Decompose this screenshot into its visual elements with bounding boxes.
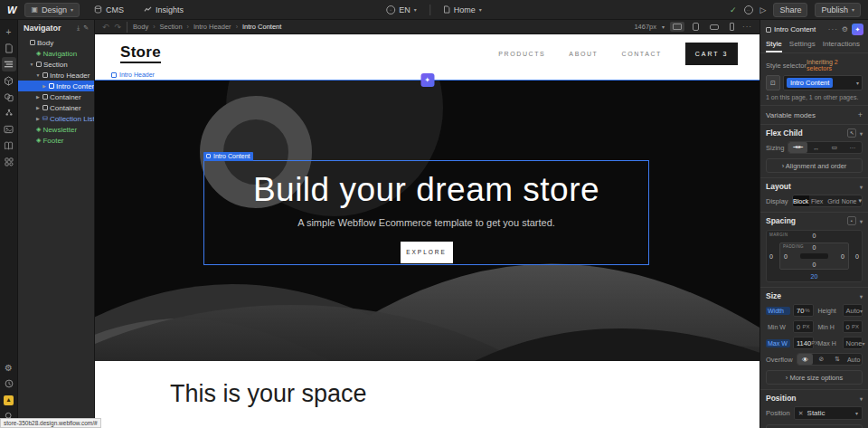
tree-item-footer[interactable]: ◈Footer xyxy=(18,135,94,146)
apps-icon[interactable] xyxy=(2,155,16,169)
design-mode-button[interactable]: ▣ Design ▾ xyxy=(24,3,80,17)
variables-icon[interactable] xyxy=(2,90,16,104)
redo-icon[interactable]: ↷ xyxy=(115,23,122,32)
display-flex-option[interactable]: Flex xyxy=(809,195,826,206)
breakpoint-tablet-icon[interactable] xyxy=(690,21,702,33)
breadcrumb-intro-header[interactable]: Intro Header xyxy=(193,23,231,31)
intro-content-selection-badge[interactable]: Intro Content xyxy=(203,152,253,161)
display-none-option[interactable]: None ▾ xyxy=(842,195,862,206)
height-input[interactable]: Auto▾ xyxy=(843,304,863,317)
tree-item-intro-header[interactable]: ▼Intro Header xyxy=(18,70,94,81)
more-size-options-button[interactable]: › More size options xyxy=(766,370,863,385)
width-input[interactable]: 70% xyxy=(793,304,814,317)
sizing-more-icon[interactable]: ··· xyxy=(844,142,862,153)
audit-icon[interactable] xyxy=(2,376,16,391)
overflow-hidden-eye-off-icon[interactable]: ⊘ xyxy=(813,354,829,365)
comments-icon[interactable]: ·· xyxy=(744,5,753,14)
breadcrumb-section[interactable]: Section xyxy=(160,23,183,31)
cms-button[interactable]: CMS xyxy=(89,4,129,16)
intro-content-selection[interactable]: Intro Content Build your dream store A s… xyxy=(203,160,649,265)
site-logo[interactable]: Store xyxy=(120,43,161,63)
pin-panel-icon[interactable]: ✎ xyxy=(83,24,89,32)
breadcrumb-intro-content[interactable]: Intro Content xyxy=(242,23,281,31)
next-section[interactable]: This is your space xyxy=(95,360,760,428)
selector-state-button[interactable]: ⊡ xyxy=(766,75,780,90)
tab-interactions[interactable]: Interactions xyxy=(823,38,860,52)
tree-item-section[interactable]: ▼Section xyxy=(18,59,94,70)
padding-top-value[interactable]: 0 xyxy=(813,244,816,251)
overflow-scroll-icon[interactable]: ⇅ xyxy=(829,354,845,365)
breadcrumb-body[interactable]: Body xyxy=(133,23,148,31)
margin-left-value[interactable]: 0 xyxy=(769,253,773,260)
tree-item-body[interactable]: Body xyxy=(18,37,94,48)
inheriting-indicator[interactable]: Inheriting 2 selectors xyxy=(807,59,863,71)
hero-subtitle[interactable]: A simple Webflow Ecommerce template to g… xyxy=(297,217,555,228)
breakpoint-desktop-icon[interactable] xyxy=(670,22,684,32)
display-grid-option[interactable]: Grid xyxy=(826,195,842,206)
insights-button[interactable]: Insights xyxy=(138,4,189,16)
chevron-right-icon[interactable]: ▶ xyxy=(42,83,47,89)
ai-assistant-button[interactable]: ✦ xyxy=(852,24,863,35)
share-button[interactable]: Share xyxy=(773,3,807,17)
page-switcher[interactable]: Home ▾ xyxy=(438,4,487,16)
undo-icon[interactable]: ↶ xyxy=(102,23,109,32)
notifications-warning-icon[interactable]: ▴ xyxy=(2,393,16,407)
tab-style[interactable]: Style xyxy=(766,38,782,52)
next-section-title[interactable]: This is your space xyxy=(170,380,760,408)
class-pill[interactable]: Intro Content xyxy=(787,78,833,88)
min-height-input[interactable]: 0PX xyxy=(843,320,863,333)
padding-left-value[interactable]: 0 xyxy=(784,253,788,260)
components-icon[interactable] xyxy=(2,73,16,88)
chevron-down-icon[interactable]: ▼ xyxy=(29,62,34,67)
intro-header-element-label[interactable]: Intro Header xyxy=(111,71,155,78)
hero-title[interactable]: Build your dream store xyxy=(253,172,599,209)
chevron-down-icon[interactable]: ▾ xyxy=(860,184,863,190)
webflow-logo[interactable]: W xyxy=(7,5,15,15)
chevron-down-icon[interactable]: ▾ xyxy=(860,218,863,224)
position-dropdown[interactable]: ✕ Static ▾ xyxy=(794,406,863,420)
add-elements-icon[interactable]: + xyxy=(2,24,16,39)
style-selector-input[interactable]: Intro Content ▾ xyxy=(783,75,863,90)
collapse-all-icon[interactable]: ⤓ xyxy=(77,24,80,32)
chevron-down-icon[interactable]: ▾ xyxy=(860,293,863,300)
flex-parent-indicator-icon[interactable]: ↖ xyxy=(847,128,856,138)
chevron-down-icon[interactable]: ▼ xyxy=(35,72,41,78)
tree-item-collection-list[interactable]: ▶⛁Collection List Wra... xyxy=(18,113,94,124)
interactions-icon[interactable] xyxy=(2,106,16,120)
float-clear-button[interactable]: › Float and clear xyxy=(766,424,863,428)
locale-switcher[interactable]: ◦ EN ▾ xyxy=(381,4,422,16)
tree-item-container-1[interactable]: ▶Container xyxy=(18,91,94,102)
chevron-right-icon[interactable]: ▶ xyxy=(35,105,41,110)
alignment-order-button[interactable]: › Alignment and order xyxy=(766,158,863,173)
margin-bottom-value[interactable]: 20 xyxy=(811,273,818,280)
spacing-link-icon[interactable]: ▪ xyxy=(847,216,856,225)
add-variable-mode-icon[interactable]: + xyxy=(858,110,863,119)
canvas-width-value[interactable]: 1467px xyxy=(634,23,656,31)
section-add-handle[interactable]: ✦ xyxy=(420,73,434,87)
chevron-down-icon[interactable]: ▾ xyxy=(860,130,863,137)
nav-link-about[interactable]: ABOUT xyxy=(569,51,598,57)
overflow-auto-option[interactable]: Auto xyxy=(845,354,862,365)
tree-item-container-2[interactable]: ▶Container xyxy=(18,102,94,113)
tree-item-navigation[interactable]: ◈Navigation xyxy=(18,48,94,59)
chevron-right-icon[interactable]: ▶ xyxy=(35,94,41,100)
tab-settings[interactable]: Settings xyxy=(789,38,816,52)
breakpoint-mobile-icon[interactable] xyxy=(727,21,737,33)
publish-button[interactable]: Publish ▾ xyxy=(815,3,861,17)
settings-icon[interactable]: ⚙ xyxy=(2,360,16,375)
breakpoint-landscape-icon[interactable] xyxy=(707,23,722,32)
preview-icon[interactable]: ▷ xyxy=(760,5,767,14)
min-width-input[interactable]: 0PX xyxy=(793,320,814,333)
pages-icon[interactable] xyxy=(2,41,16,55)
margin-top-value[interactable]: 0 xyxy=(813,233,816,239)
sizing-shrink-icon[interactable]: ⇥⇤ xyxy=(788,142,807,153)
max-height-input[interactable]: None▾ xyxy=(843,337,863,349)
overflow-visible-eye-icon[interactable]: 👁 xyxy=(797,354,814,365)
libraries-icon[interactable] xyxy=(2,138,16,153)
hero-section[interactable]: ✦ Intro Content Build your dream store A… xyxy=(95,80,760,360)
chevron-down-icon[interactable]: ▾ xyxy=(860,395,863,402)
navigator-icon[interactable] xyxy=(2,57,16,71)
padding-bottom-value[interactable]: 0 xyxy=(813,262,816,268)
sizing-fixed-icon[interactable]: ▭ xyxy=(826,142,844,153)
more-options-icon[interactable]: ··· xyxy=(828,25,838,33)
